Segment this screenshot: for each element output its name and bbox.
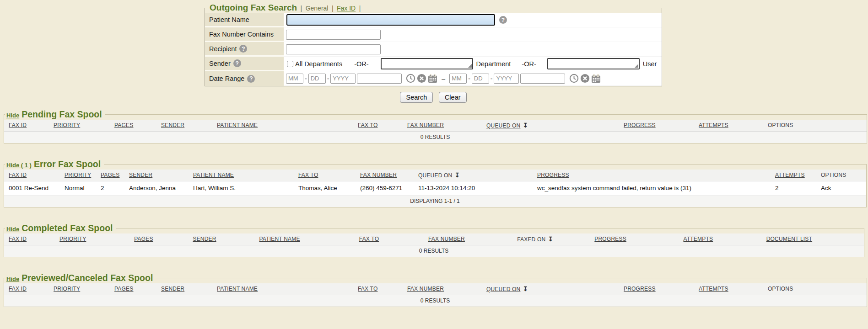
tab-fax-id[interactable]: Fax ID [337,5,356,12]
patient-name-row: Patient Name ? [205,13,662,27]
from-month-input[interactable] [286,74,303,84]
fax-number-input[interactable] [286,30,381,40]
recipient-input[interactable] [286,44,381,54]
attempts-column-header[interactable]: ATTEMPTS [699,122,728,128]
page-title: Outgoing Fax Search [210,3,297,12]
pages-column-header[interactable]: PAGES [114,286,133,292]
fax-number-column-header[interactable]: FAX NUMBER [407,122,444,128]
hide-link[interactable]: Hide ( 1 ) [6,162,32,169]
sort-descending-icon: ↧ [523,122,528,129]
user-combo-grip [547,58,640,69]
priority-column-header[interactable]: PRIORITY [54,122,80,128]
sender-column-header[interactable]: SENDER [161,122,184,128]
previewed-canceled-fax-spool-table: FAX IDPRIORITYPAGESSENDERPATIENT NAMEFAX… [4,283,867,307]
to-time-picker-icon[interactable] [569,74,579,83]
priority-column-header[interactable]: PRIORITY [65,172,91,178]
cell-options[interactable]: Ack [816,181,866,195]
priority-column-header[interactable]: PRIORITY [54,286,80,292]
to-clear-date-icon[interactable] [580,74,590,83]
search-button[interactable]: Search [400,92,433,103]
patient-name-column-header[interactable]: PATIENT NAME [259,236,300,242]
all-departments-label: All Departments [295,60,342,68]
user-input[interactable] [547,58,640,69]
hide-link[interactable]: Hide [6,226,19,233]
help-icon[interactable]: ? [247,75,255,83]
section-title: Completed Fax Spool [22,223,113,233]
cell-priority: Normal [60,181,96,195]
clear-button[interactable]: Clear [439,92,467,103]
attempts-column-header[interactable]: ATTEMPTS [775,172,805,178]
fax-spool-sections: HidePending Fax SpoolFAX IDPRIORITYPAGES… [0,109,868,307]
sender-column-header[interactable]: SENDER [193,236,216,242]
progress-column-header[interactable]: PROGRESS [594,236,626,242]
fax-to-column-header[interactable]: FAX TO [358,122,377,128]
attempts-column-header[interactable]: ATTEMPTS [684,236,713,242]
fax-id-column-header[interactable]: FAX ID [9,172,27,178]
help-icon[interactable]: ? [499,16,507,24]
to-year-input[interactable] [494,74,519,84]
fax-number-column-header[interactable]: FAX NUMBER [360,172,397,178]
from-year-input[interactable] [330,74,356,84]
queued-on-column-header[interactable]: QUEUED ON [486,122,520,129]
patient-name-column-header[interactable]: PATIENT NAME [217,286,258,292]
patient-name-column-header[interactable]: PATIENT NAME [217,122,258,128]
queued-on-column-header[interactable]: QUEUED ON [418,172,452,179]
fax-number-column-header[interactable]: FAX NUMBER [428,236,465,242]
progress-column-header[interactable]: PROGRESS [537,172,569,178]
sort-descending-icon: ↧ [523,285,528,292]
fax-to-column-header[interactable]: FAX TO [298,172,318,178]
from-time-input[interactable] [357,74,402,84]
faxed-on-column-header[interactable]: FAXED ON [517,236,545,243]
to-day-input[interactable] [472,74,489,84]
pages-column-header[interactable]: PAGES [134,236,153,242]
fax-to-column-header[interactable]: FAX TO [359,236,379,242]
section-error-fax-spool: Hide ( 1 )Error Fax SpoolFAX IDPRIORITYP… [4,159,867,207]
attempts-column-header[interactable]: ATTEMPTS [699,286,728,292]
department-input[interactable] [381,58,473,69]
from-clear-date-icon[interactable] [417,74,426,83]
department-label: Department [476,60,511,68]
date-range-label: Date Range [209,75,244,82]
help-icon[interactable]: ? [239,45,247,53]
priority-column-header[interactable]: PRIORITY [59,236,86,242]
fax-id-column-header[interactable]: FAX ID [9,286,27,292]
sender-column-header[interactable]: SENDER [129,172,152,178]
fax-number-column-header[interactable]: FAX NUMBER [407,286,444,292]
section-completed-fax-spool: HideCompleted Fax SpoolFAX IDPRIORITYPAG… [4,223,864,257]
pages-column-header[interactable]: PAGES [101,172,119,178]
help-icon[interactable]: ? [233,59,241,67]
progress-column-header[interactable]: PROGRESS [624,286,656,292]
to-time-input[interactable] [520,74,565,84]
pages-column-header[interactable]: PAGES [114,122,133,128]
hide-link[interactable]: Hide [6,276,19,282]
sort-descending-icon: ↧ [548,235,553,243]
pending-fax-spool-legend: HidePending Fax Spool [5,109,105,120]
to-calendar-icon[interactable] [591,74,601,83]
to-month-input[interactable] [449,74,467,84]
cell-fax-id[interactable]: 0001 Re-Send [4,181,60,195]
fax-number-label: Fax Number Contains [209,31,274,38]
hide-link[interactable]: Hide [6,112,19,119]
cell-queued-on: 11-13-2024 10:14:20 [414,181,533,195]
from-calendar-icon[interactable] [428,74,437,83]
patient-name-column-header[interactable]: PATIENT NAME [193,172,234,178]
completed-fax-spool-table: FAX IDPRIORITYPAGESSENDERPATIENT NAMEFAX… [4,233,864,257]
outgoing-fax-search-form: Outgoing Fax Search | General | Fax ID |… [205,3,662,86]
from-day-input[interactable] [308,74,326,84]
fax-number-row: Fax Number Contains [205,27,662,42]
cell-pages: 2 [96,181,124,195]
tab-separator: | [301,5,302,12]
sender-column-header[interactable]: SENDER [161,286,184,292]
search-button-bar: Search Clear [205,92,662,103]
queued-on-column-header[interactable]: QUEUED ON [486,286,520,292]
fax-to-column-header[interactable]: FAX TO [358,286,377,292]
document-list-column-header[interactable]: DOCUMENT LIST [766,236,812,242]
fax-id-column-header[interactable]: FAX ID [9,122,27,128]
fax-id-column-header[interactable]: FAX ID [9,236,27,242]
section-previewed-canceled-fax-spool: HidePreviewed/Canceled Fax SpoolFAX IDPR… [4,273,867,307]
progress-column-header[interactable]: PROGRESS [624,122,656,128]
patient-name-label: Patient Name [209,16,249,23]
patient-name-input[interactable] [286,14,495,26]
from-time-picker-icon[interactable] [406,74,415,83]
all-departments-checkbox[interactable] [287,61,293,67]
